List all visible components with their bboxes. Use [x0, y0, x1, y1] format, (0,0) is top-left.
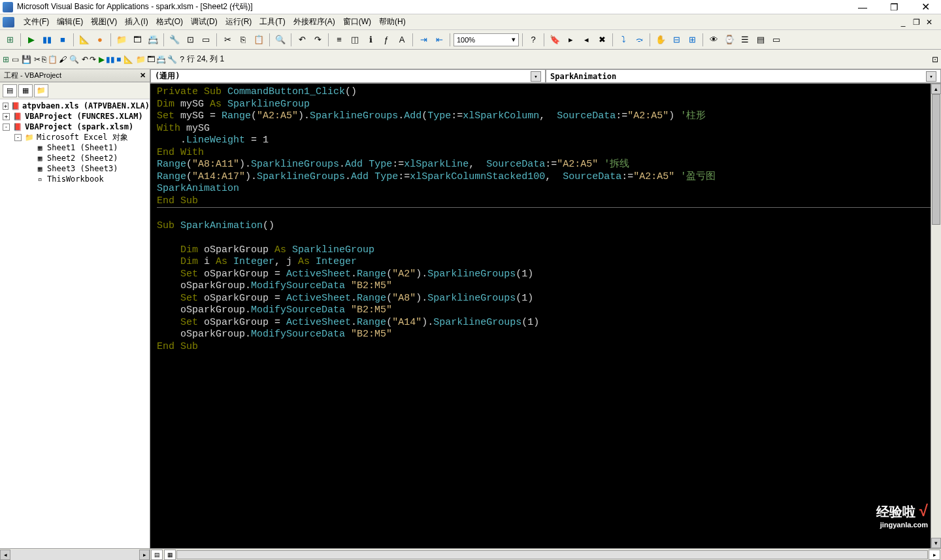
- hand-icon[interactable]: ✋: [653, 33, 668, 47]
- code-area[interactable]: Private Sub CommandButton1_Click()Dim my…: [150, 84, 941, 548]
- help2-icon[interactable]: ?: [180, 55, 184, 64]
- run-icon[interactable]: ▶: [24, 33, 39, 47]
- full-module-view-icon[interactable]: ▦: [164, 550, 176, 560]
- menu-help[interactable]: 帮助(H): [375, 15, 410, 29]
- menu-insert[interactable]: 插入(I): [121, 15, 152, 29]
- copy-icon[interactable]: ⎘: [236, 33, 250, 47]
- toggle-breakpoint-icon[interactable]: ●: [93, 33, 107, 47]
- code-line[interactable]: End Sub: [157, 195, 934, 208]
- code-line[interactable]: Sub SparkAnimation(): [157, 220, 934, 233]
- paste2-icon[interactable]: 📋: [48, 55, 58, 64]
- user-form-icon[interactable]: ▭: [199, 33, 213, 47]
- tree-item[interactable]: +📕atpvbaen.xls (ATPVBAEN.XLA): [0, 101, 150, 111]
- view-excel-icon[interactable]: ⊞: [3, 33, 17, 47]
- complete-word-icon[interactable]: A: [395, 33, 409, 47]
- code-line[interactable]: Dim oSparkGroup As SparklineGroup: [157, 244, 934, 257]
- expand-icon[interactable]: +: [3, 113, 10, 120]
- object-browser-icon[interactable]: 📇: [146, 33, 160, 47]
- code-line[interactable]: oSparkGroup.ModifySourceData "B2:M5": [157, 280, 934, 293]
- code-line[interactable]: End With: [157, 147, 934, 159]
- excel-icon[interactable]: ⊞: [3, 55, 9, 64]
- code-line[interactable]: With mySG: [157, 123, 934, 135]
- quick-watch-icon[interactable]: ⌚: [722, 33, 736, 47]
- prev-bookmark-icon[interactable]: ◂: [579, 33, 593, 47]
- clear-bookmarks-icon[interactable]: ✖: [595, 33, 609, 47]
- properties-icon[interactable]: 🗔: [130, 33, 144, 47]
- menu-tools[interactable]: 工具(T): [256, 15, 289, 29]
- expand-icon[interactable]: -: [3, 124, 10, 131]
- step-over-icon[interactable]: ⤼: [632, 33, 646, 47]
- pause2-icon[interactable]: ▮▮: [106, 55, 115, 64]
- scroll-up-icon[interactable]: ▴: [931, 84, 941, 94]
- undo2-icon[interactable]: ↶: [82, 55, 88, 64]
- extra-icon[interactable]: ⊡: [932, 55, 938, 64]
- vertical-scrollbar[interactable]: ▴ ▾: [931, 84, 941, 548]
- code-line[interactable]: Set oSparkGroup = ActiveSheet.Range("A2"…: [157, 269, 934, 281]
- procedure-view-icon[interactable]: ▤: [151, 550, 163, 560]
- menu-view[interactable]: 视图(V): [87, 15, 121, 29]
- code-line[interactable]: Set mySG = Range("A2:A5").SparklineGroup…: [157, 110, 934, 123]
- redo2-icon[interactable]: ↷: [90, 55, 96, 64]
- code-line[interactable]: [157, 232, 934, 244]
- close-button[interactable]: ✕: [912, 1, 938, 14]
- stop2-icon[interactable]: ■: [116, 55, 121, 64]
- project-close-button[interactable]: ✕: [140, 71, 146, 80]
- undo-icon[interactable]: ↶: [295, 33, 309, 47]
- paste-icon[interactable]: 📋: [252, 33, 266, 47]
- immediate-icon[interactable]: ▭: [769, 33, 784, 47]
- scroll-right-icon[interactable]: ▸: [139, 550, 150, 560]
- toolbox-icon[interactable]: 🔧: [167, 33, 182, 47]
- copy2-icon[interactable]: ⎘: [42, 55, 46, 64]
- locals-icon[interactable]: ▤: [753, 33, 768, 47]
- project-explorer-icon[interactable]: 📁: [114, 33, 129, 47]
- insert-module-icon[interactable]: ▭: [12, 55, 19, 64]
- dropdown-arrow-icon[interactable]: ▾: [926, 71, 936, 82]
- format-painter-icon[interactable]: 🖌: [59, 55, 67, 64]
- procedure-dropdown[interactable]: SparkAnimation ▾: [546, 69, 941, 83]
- toggle-bookmark-icon[interactable]: 🔖: [548, 33, 562, 47]
- code-line[interactable]: Dim mySG As SparklineGroup: [157, 99, 934, 111]
- list-properties-icon[interactable]: ≡: [332, 33, 346, 47]
- code-line[interactable]: Dim i As Integer, j As Integer: [157, 256, 934, 269]
- help-icon[interactable]: ?: [526, 33, 540, 47]
- properties2-icon[interactable]: 🗔: [147, 55, 155, 64]
- zoom-combobox[interactable]: 100%▾: [454, 33, 519, 46]
- view-object-icon[interactable]: ▦: [18, 84, 33, 97]
- project-tree[interactable]: +📕atpvbaen.xls (ATPVBAEN.XLA)+📕VBAProjec…: [0, 99, 150, 548]
- quick-info-icon[interactable]: ℹ: [363, 33, 378, 47]
- maximize-button[interactable]: ❐: [881, 1, 907, 14]
- code-line[interactable]: oSparkGroup.ModifySourceData "B2:M5": [157, 329, 934, 341]
- menu-format[interactable]: 格式(O): [152, 15, 187, 29]
- next-bookmark-icon[interactable]: ▸: [563, 33, 578, 47]
- step-into-icon[interactable]: ⤵: [616, 33, 631, 47]
- tree-item[interactable]: +📕VBAProject (FUNCRES.XLAM): [0, 111, 150, 122]
- object-dropdown[interactable]: (通用) ▾: [150, 69, 546, 83]
- code-line[interactable]: SparkAnimation: [157, 183, 934, 195]
- minimize-button[interactable]: —: [850, 1, 876, 14]
- design2-icon[interactable]: 📐: [124, 55, 133, 64]
- tree-item[interactable]: -📁Microsoft Excel 对象: [0, 132, 150, 142]
- cut-icon[interactable]: ✂: [220, 33, 235, 47]
- tree-item[interactable]: ▫ThisWorkbook: [0, 174, 150, 184]
- horizontal-scrollbar[interactable]: [176, 550, 928, 559]
- redo-icon[interactable]: ↷: [310, 33, 325, 47]
- comment-block-icon[interactable]: ⊟: [669, 33, 684, 47]
- tree-item[interactable]: ▦Sheet1 (Sheet1): [0, 142, 150, 153]
- menu-debug[interactable]: 调试(D): [187, 15, 222, 29]
- expand-icon[interactable]: +: [3, 103, 8, 110]
- reset-icon[interactable]: ■: [56, 33, 70, 47]
- menu-file[interactable]: 文件(F): [20, 15, 53, 29]
- code-line[interactable]: Range("A14:A17").SparklineGroups.Add Typ…: [157, 171, 934, 184]
- mdi-minimize-button[interactable]: _: [898, 18, 908, 27]
- menu-edit[interactable]: 编辑(E): [53, 15, 87, 29]
- scroll-right-icon[interactable]: ▸: [929, 550, 940, 560]
- outdent-icon[interactable]: ⇤: [432, 33, 446, 47]
- run2-icon[interactable]: ▶: [99, 55, 105, 64]
- mdi-restore-button[interactable]: ❐: [911, 18, 921, 27]
- menu-window[interactable]: 窗口(W): [339, 15, 375, 29]
- indent-icon[interactable]: ⇥: [416, 33, 431, 47]
- code-line[interactable]: Set oSparkGroup = ActiveSheet.Range("A14…: [157, 317, 934, 329]
- code-line[interactable]: End Sub: [157, 341, 934, 354]
- cut2-icon[interactable]: ✂: [34, 55, 41, 64]
- break-icon[interactable]: ▮▮: [40, 33, 54, 47]
